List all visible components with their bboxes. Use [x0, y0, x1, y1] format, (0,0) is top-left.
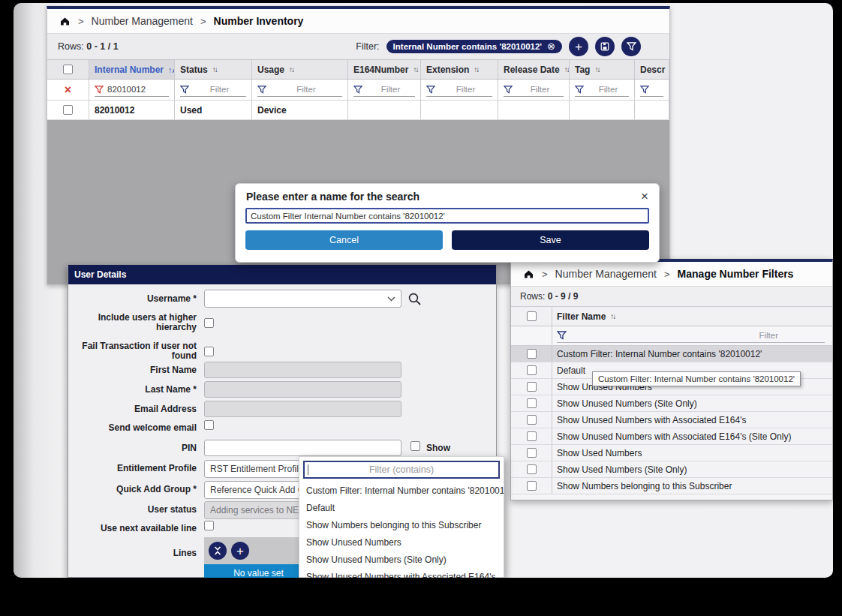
add-filter-button[interactable]: +: [569, 37, 588, 56]
pin-label: PIN: [74, 443, 197, 453]
chevron-down-icon: [387, 296, 395, 302]
use-next-available-line-checkbox[interactable]: [204, 521, 214, 530]
search-name-input[interactable]: [245, 208, 649, 224]
fail-transaction-checkbox[interactable]: [204, 347, 214, 356]
active-filter-pill[interactable]: Internal Number contains '82010012' ⊗: [386, 40, 562, 53]
column-header-tag[interactable]: Tag↑↓: [570, 60, 635, 79]
row-checkbox[interactable]: [527, 448, 537, 458]
dropdown-item[interactable]: Show Unused Numbers: [299, 534, 504, 551]
dropdown-item[interactable]: Show Numbers belonging to this Subscribe…: [299, 517, 504, 534]
home-icon[interactable]: [59, 16, 71, 26]
row-checkbox[interactable]: [527, 349, 537, 359]
show-pin-label: Show: [426, 443, 450, 453]
row-checkbox[interactable]: [527, 415, 537, 425]
row-checkbox[interactable]: [527, 431, 537, 441]
column-header-filter-name[interactable]: Filter Name ↑↓: [552, 307, 832, 326]
column-header-usage[interactable]: Usage↑↓: [252, 60, 348, 79]
extension-filter-input[interactable]: Filter: [426, 83, 492, 97]
save-filter-button[interactable]: [595, 37, 615, 56]
user-status-label: User status: [74, 505, 197, 515]
release-date-filter-input[interactable]: Filter: [504, 83, 564, 97]
show-pin-checkbox[interactable]: [410, 441, 420, 451]
quick-add-group-label: Quick Add Group *: [74, 485, 197, 494]
filters-header-row: Filter Name ↑↓: [511, 307, 832, 326]
email-address-label: Email Address: [74, 404, 197, 414]
dropdown-item[interactable]: Default: [299, 500, 504, 517]
pin-input[interactable]: [204, 440, 401, 456]
cell-internal-number: 82010012: [89, 101, 175, 119]
funnel-icon-active: [95, 86, 104, 94]
table-row[interactable]: 82010012 Used Device: [47, 101, 669, 120]
collapse-lines-button[interactable]: [209, 542, 227, 560]
table-row[interactable]: Show Unused Numbers (Site Only): [511, 395, 832, 412]
last-name-field: [204, 381, 401, 398]
cancel-button[interactable]: Cancel: [245, 230, 443, 250]
filters-filter-row: Filter: [511, 326, 832, 346]
breadcrumb-item-number-inventory: Number Inventory: [214, 15, 304, 27]
page-canvas: > Number Management > Number Inventory R…: [14, 3, 833, 578]
row-checkbox[interactable]: [527, 464, 537, 474]
dropdown-item[interactable]: Show Unused Numbers with Associated E164…: [299, 569, 504, 578]
status-filter-input[interactable]: Filter: [180, 83, 246, 97]
breadcrumb-separator-icon: >: [542, 269, 548, 280]
home-icon[interactable]: [523, 269, 534, 279]
column-header-extension[interactable]: Extension↑↓: [421, 60, 498, 79]
table-row[interactable]: Show Numbers belonging to this Subscribe…: [511, 478, 832, 494]
username-select[interactable]: [204, 290, 401, 308]
column-header-internal-number[interactable]: Internal Number ↑A: [89, 60, 175, 79]
cell-release-date: [498, 101, 570, 119]
no-value-set-bar[interactable]: No value set: [204, 564, 313, 578]
breadcrumb-item-number-management[interactable]: Number Management: [555, 268, 657, 280]
internal-number-filter-input[interactable]: 82010012: [95, 83, 169, 97]
column-header-release-date[interactable]: Release Date↑↓: [498, 60, 570, 79]
sort-icon: ↑↓: [564, 65, 569, 74]
cell-usage: Device: [252, 101, 348, 119]
filter-label: Filter:: [356, 41, 379, 52]
tag-filter-input[interactable]: Filter: [575, 83, 629, 97]
email-address-field: [204, 401, 401, 417]
clear-filter-button[interactable]: ×: [65, 83, 71, 97]
save-button[interactable]: Save: [452, 230, 649, 250]
column-header-description[interactable]: Descr: [635, 60, 669, 79]
close-icon[interactable]: ×: [641, 191, 648, 202]
first-name-field: [204, 362, 401, 378]
filter-name-filter-input[interactable]: Filter: [557, 329, 825, 343]
sort-icon: ↑↓: [610, 312, 615, 320]
include-users-checkbox[interactable]: [204, 318, 214, 328]
table-row[interactable]: Show Unused Numbers with Associated E164…: [511, 412, 832, 428]
send-welcome-email-checkbox[interactable]: [204, 420, 214, 430]
lines-label: Lines: [74, 548, 197, 558]
send-welcome-email-label: Send welcome email: [74, 423, 197, 433]
sort-asc-icon: ↑A: [168, 65, 175, 74]
cell-tag: [570, 101, 635, 119]
column-header-status[interactable]: Status↑↓: [175, 60, 252, 79]
row-checkbox[interactable]: [527, 365, 537, 375]
column-header-e164number[interactable]: E164Number↑↓: [348, 60, 421, 79]
table-row[interactable]: Show Unused Numbers with Associated E164…: [511, 428, 832, 445]
dropdown-item[interactable]: Show Unused Numbers (Site Only): [299, 551, 504, 569]
usage-filter-input[interactable]: Filter: [257, 83, 342, 97]
search-icon[interactable]: [407, 292, 422, 306]
sort-icon: ↑↓: [413, 65, 417, 74]
select-all-checkbox[interactable]: [527, 311, 537, 321]
add-line-button[interactable]: +: [231, 542, 249, 560]
breadcrumb-item-number-management[interactable]: Number Management: [92, 15, 193, 27]
table-row[interactable]: Custom Filter: Internal Number contains …: [511, 346, 832, 362]
row-checkbox[interactable]: [527, 398, 537, 408]
dropdown-item[interactable]: Custom Filter: Internal Number contains …: [299, 482, 504, 500]
remove-filter-icon[interactable]: ⊗: [547, 43, 555, 50]
sort-icon: ↑↓: [474, 65, 478, 74]
description-filter-input[interactable]: [640, 83, 663, 97]
row-checkbox[interactable]: [527, 382, 537, 392]
dropdown-filter-input[interactable]: [303, 461, 500, 479]
table-row[interactable]: Show Used Numbers: [511, 445, 832, 461]
row-checkbox[interactable]: [63, 105, 73, 115]
select-all-checkbox[interactable]: [63, 65, 73, 74]
table-row[interactable]: Show Used Numbers (Site Only): [511, 461, 832, 478]
row-checkbox[interactable]: [527, 481, 537, 491]
entitlement-profile-label: Entitlement Profile: [74, 464, 197, 473]
e164number-filter-input[interactable]: Filter: [353, 83, 415, 97]
sort-icon: ↑↓: [289, 65, 293, 74]
funnel-icon: [180, 86, 189, 94]
filter-menu-button[interactable]: [621, 37, 641, 56]
